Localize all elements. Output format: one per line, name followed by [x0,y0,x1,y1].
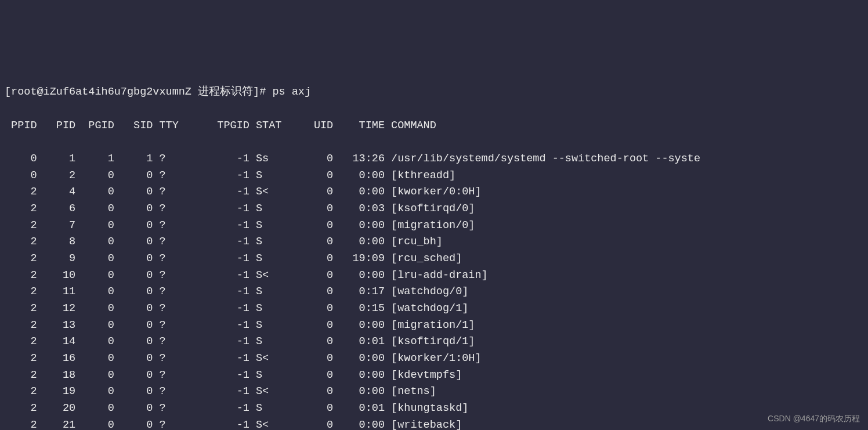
table-row: 2 19 0 0 ? -1 S< 0 0:00 [netns] [5,384,863,400]
table-row: 0 1 1 1 ? -1 Ss 0 13:26 /usr/lib/systemd… [5,151,863,168]
table-row: 2 18 0 0 ? -1 S 0 0:00 [kdevtmpfs] [5,367,863,384]
table-row: 2 10 0 0 ? -1 S< 0 0:00 [lru-add-drain] [5,268,863,284]
terminal-output: [root@iZuf6at4ih6u7gbg2vxumnZ 进程标识符]# ps… [5,68,863,430]
watermark-text: CSDN @4647的码农历程 [768,413,860,425]
ps-rows: 0 1 1 1 ? -1 Ss 0 13:26 /usr/lib/systemd… [5,151,863,430]
table-row: 2 13 0 0 ? -1 S 0 0:00 [migration/1] [5,317,863,334]
table-row: 2 20 0 0 ? -1 S 0 0:01 [khungtaskd] [5,400,863,417]
table-row: 2 6 0 0 ? -1 S 0 0:03 [ksoftirqd/0] [5,201,863,218]
table-row: 2 4 0 0 ? -1 S< 0 0:00 [kworker/0:0H] [5,184,863,201]
table-row: 2 9 0 0 ? -1 S 0 19:09 [rcu_sched] [5,251,863,268]
prompt-line: [root@iZuf6at4ih6u7gbg2vxumnZ 进程标识符]# ps… [5,84,863,101]
table-row: 2 16 0 0 ? -1 S< 0 0:00 [kworker/1:0H] [5,350,863,367]
table-row: 2 14 0 0 ? -1 S 0 0:01 [ksoftirqd/1] [5,334,863,350]
prompt-text: [root@iZuf6at4ih6u7gbg2vxumnZ 进程标识符]# [5,86,272,98]
table-row: 2 12 0 0 ? -1 S 0 0:15 [watchdog/1] [5,301,863,317]
ps-header-row: PPID PID PGID SID TTY TPGID STAT UID TIM… [5,118,863,135]
table-row: 2 7 0 0 ? -1 S 0 0:00 [migration/0] [5,218,863,234]
table-row: 2 11 0 0 ? -1 S 0 0:17 [watchdog/0] [5,284,863,301]
table-row: 2 21 0 0 ? -1 S< 0 0:00 [writeback] [5,417,863,430]
command-text: ps axj [272,86,311,98]
table-row: 2 8 0 0 ? -1 S 0 0:00 [rcu_bh] [5,234,863,251]
table-row: 0 2 0 0 ? -1 S 0 0:00 [kthreadd] [5,168,863,185]
